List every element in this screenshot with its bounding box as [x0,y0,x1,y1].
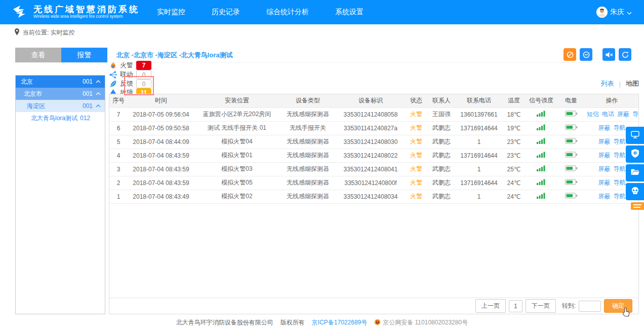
action-link[interactable]: 导航 [614,138,626,145]
tree-item-label: 北京市 [24,90,42,98]
action-link[interactable]: 屏蔽 [598,179,611,186]
cell: 18℃ [502,107,526,121]
shield-gear-dock-button[interactable] [626,145,644,163]
tree-item-count: 001 [83,78,93,85]
tree-item-2[interactable]: 海淀区001 [16,100,105,112]
table-row[interactable]: 42018-07-04 08:43:59模拟火警01无线感烟探测器3353012… [109,149,638,162]
signal-strength-icon [526,176,557,190]
cell: 335301241240800f [336,176,405,190]
cell: 2018-07-05 09:56:04 [128,107,194,121]
nav-item-3[interactable]: 系统设置 [335,8,364,17]
cell: 3353012412408034 [336,190,405,203]
cell: 无线感烟探测器 [279,162,336,176]
action-link[interactable]: 屏蔽 [598,193,611,200]
battery-icon [557,162,585,176]
table-row[interactable]: 22018-07-04 08:43:59模拟火警05无线感烟探测器3353012… [109,176,638,190]
action-link[interactable]: 导航 [614,193,626,200]
tree-item-3[interactable]: 北大青鸟lora测试012 [16,112,105,124]
tree-item-1[interactable]: 北京市001 [16,88,105,100]
page-number[interactable]: 1 [509,300,522,312]
view-list-link[interactable]: 列表 [601,79,614,88]
tree-item-0[interactable]: 北京001 [16,76,105,88]
cell: 无线感烟探测器 [279,135,336,149]
status-badge: 火警 [405,135,427,149]
nav-item-1[interactable]: 历史记录 [212,8,240,17]
nav-item-2[interactable]: 综合统计分析 [266,8,309,17]
action-link[interactable]: 屏蔽 [617,111,629,118]
main-nav: 实时监控历史记录综合统计分析系统设置 [157,8,390,17]
action-link[interactable]: 导航 [614,179,626,186]
table-row[interactable]: 12018-07-04 08:43:49模拟火警02无线感烟探测器3353012… [109,190,638,203]
cell: 335301141240827a [336,121,405,135]
col-header-5: 状态 [405,94,427,107]
action-link[interactable]: 电话 [602,111,614,118]
prev-page-button[interactable]: 上一页 [475,299,506,313]
icp-link[interactable]: 京ICP备17022689号 [312,318,367,327]
battery-icon [557,149,585,162]
action-link[interactable]: 短信 [587,111,599,118]
mute-button[interactable] [602,48,615,61]
filter-1-button[interactable]: 联动0 [109,70,151,79]
alarm-table-panel: 序号时间安装位置设备类型设备标识状态联系人联系电话温度信号强度电量操作 7201… [109,94,639,314]
app-logo-icon [12,4,29,20]
folder-dock-button[interactable] [626,164,644,181]
folder-icon [630,167,640,178]
view-map-link[interactable]: 地图 [626,79,639,88]
cell: 武鹏志 [427,162,456,176]
gas-mask-icon [630,186,640,197]
goto-page-input[interactable] [579,301,601,312]
table-row[interactable]: 72018-07-05 09:56:04蓝旗营小区2单元202房间无线感烟探测器… [109,107,638,121]
cell: 2018-07-04 08:43:59 [128,176,194,190]
user-menu[interactable]: 朱庆 [596,7,632,18]
action-link[interactable]: 导航 [614,124,626,131]
status-badge: 火警 [405,107,427,121]
action-link[interactable]: 屏蔽 [598,165,611,172]
filter-2-button[interactable]: 反馈0 [109,79,151,88]
cell: 4 [109,149,128,162]
cell: 3 [109,162,128,176]
tab-alarm[interactable]: 报警 [61,48,107,62]
action-link[interactable]: 屏蔽 [598,152,611,159]
footer-rights: 版权所有 [280,318,305,327]
action-link[interactable]: 导航 [614,152,626,159]
action-link[interactable]: 屏蔽 [598,138,611,145]
tab-view[interactable]: 查看 [15,48,61,62]
signal-strength-icon [526,162,557,176]
view-switch-divider: | [619,80,621,88]
mute-icon [605,51,613,59]
ban-button[interactable] [564,48,576,61]
action-link[interactable]: 屏蔽 [598,124,611,131]
dock-mini-tag[interactable] [631,202,644,210]
filter-0-button[interactable]: 火警7 [109,61,151,70]
monitor-dock-button[interactable] [626,127,644,144]
link-icon [109,70,117,79]
police-emblem-icon [374,319,381,327]
filter-label: 火警 [120,61,133,70]
minus-circle-button[interactable] [580,48,592,61]
refresh-button[interactable] [619,48,631,61]
table-row[interactable]: 62018-07-05 09:50:58测试 无线手报开关 01无线手报开关33… [109,121,638,135]
chevron-down-icon [627,8,632,16]
flame-icon [109,61,117,70]
feather-icon [109,80,117,88]
gas-mask-dock-button[interactable] [626,183,644,200]
col-header-3: 设备类型 [279,94,336,107]
app-subtitle: Wireless wide area intelligent fire cont… [33,15,131,19]
col-header-2: 安装位置 [194,94,279,107]
table-row[interactable]: 52018-07-04 08:44:09模拟火警04无线感烟探测器3353012… [109,135,638,149]
user-name: 朱庆 [610,8,624,17]
tree-item-count: 001 [83,102,93,109]
confirm-button[interactable]: 确定 [604,299,632,313]
next-page-button[interactable]: 下一页 [526,299,556,313]
col-header-0: 序号 [109,94,128,107]
goto-label: 转到: [562,302,576,310]
cell: 5 [109,135,128,149]
action-link[interactable]: 导航 [614,165,626,172]
col-header-7: 联系电话 [456,94,502,107]
action-link[interactable]: 导航 [632,111,638,118]
cell: 无线手报开关 [279,121,336,135]
cell: 3353012412408022 [336,149,405,162]
avatar [596,7,608,18]
nav-item-0[interactable]: 实时监控 [157,8,185,17]
table-row[interactable]: 32018-07-04 08:43:59模拟火警03无线感烟探测器3353012… [109,162,638,176]
